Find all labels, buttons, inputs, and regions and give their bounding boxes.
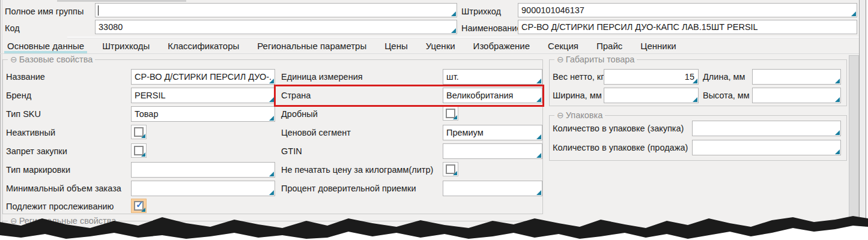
resize-grip-icon xyxy=(693,79,697,83)
resize-grip-icon xyxy=(141,134,145,138)
pack-qty-sale-label: Количество в упаковке (продажа) xyxy=(553,142,688,154)
collapse-icon[interactable] xyxy=(10,216,19,226)
net-weight-label: Вес нетто, кг xyxy=(553,71,604,83)
collapse-icon[interactable] xyxy=(557,110,566,120)
trusted-acceptance-pct-label: Процент доверительной приемки xyxy=(281,182,416,194)
window-top-strip xyxy=(57,0,186,2)
tab-markdowns[interactable]: Уценки xyxy=(426,41,455,51)
resize-grip-icon xyxy=(835,130,840,135)
sku-type-label: Тип SKU xyxy=(6,108,41,120)
traceable-label: Подлежит прослеживанию xyxy=(6,200,114,212)
brand-label: Бренд xyxy=(6,89,31,101)
min-order-volume-field xyxy=(131,181,275,196)
length-input[interactable] xyxy=(753,70,840,84)
tab-barcodes[interactable]: Штрихкоды xyxy=(102,41,150,51)
unit-field xyxy=(443,69,542,85)
no-price-per-kg-checkbox[interactable]: ✓ xyxy=(443,162,458,176)
country-highlight-annotation xyxy=(274,85,544,107)
group-dimensions-title-text: Габариты товара xyxy=(566,55,635,64)
inactive-label: Неактивный xyxy=(6,127,55,139)
tab-classifiers[interactable]: Классификаторы xyxy=(168,41,239,51)
unit-input[interactable] xyxy=(443,70,542,84)
name-input[interactable] xyxy=(132,70,275,84)
group-regional-title: Региональные свойства xyxy=(8,215,118,227)
net-weight-input[interactable] xyxy=(604,70,698,84)
gtin-label: GTIN xyxy=(281,145,302,157)
purchase-ban-label: Запрет закупки xyxy=(6,145,67,157)
net-weight-field xyxy=(604,69,699,85)
vertical-scrollbar[interactable] xyxy=(849,55,859,235)
tab-pricelist[interactable]: Прайс xyxy=(596,41,622,51)
gtin-input[interactable] xyxy=(443,144,542,158)
sku-type-input[interactable] xyxy=(132,107,275,121)
tab-bar: Основные данные Штрихкоды Классификаторы… xyxy=(7,38,676,53)
resize-grip-icon xyxy=(536,134,541,139)
window-right-border xyxy=(859,0,868,240)
resize-grip-icon xyxy=(835,149,840,154)
group-basic-title: Базовые свойства xyxy=(8,54,95,65)
marking-type-field xyxy=(131,162,275,178)
barcode-field xyxy=(518,3,857,17)
resize-grip-icon xyxy=(451,28,456,33)
group-basic-title-text: Базовые свойства xyxy=(19,55,93,64)
tab-prices[interactable]: Цены xyxy=(384,41,408,51)
pack-qty-sale-input[interactable] xyxy=(693,140,840,155)
tab-price-tags[interactable]: Ценники xyxy=(640,41,676,51)
no-price-per-kg-label: Не печатать цену за килограмм(литр) xyxy=(281,164,433,176)
price-segment-label: Ценовой сегмент xyxy=(281,127,351,139)
height-label: Высота, мм xyxy=(703,89,750,101)
resize-grip-icon xyxy=(453,171,457,175)
collapse-icon[interactable] xyxy=(10,55,19,64)
resize-grip-icon xyxy=(269,116,274,121)
brand-input[interactable] xyxy=(132,88,275,103)
pack-qty-sale-field xyxy=(692,140,841,155)
resize-grip-icon xyxy=(453,115,457,119)
name-label: Название xyxy=(6,71,45,83)
unit-label: Единица измерения xyxy=(281,71,363,83)
resize-grip-icon xyxy=(269,172,274,176)
barcode-input[interactable] xyxy=(518,4,857,17)
group-regional-properties: Региональные свойства xyxy=(2,221,543,238)
min-order-volume-input[interactable] xyxy=(132,181,275,196)
full-group-name-label: Полное имя группы xyxy=(5,5,83,17)
group-dimensions-title: Габариты товара xyxy=(554,54,637,65)
product-name-field xyxy=(518,20,857,34)
traceable-checkbox[interactable]: ✓ xyxy=(131,199,147,213)
tab-regional-params[interactable]: Региональные параметры xyxy=(257,41,366,51)
code-input[interactable] xyxy=(96,20,457,34)
inactive-checkbox[interactable]: ✓ xyxy=(131,125,147,139)
resize-grip-icon xyxy=(269,97,274,102)
height-input[interactable] xyxy=(753,88,840,103)
tab-image[interactable]: Изображение xyxy=(473,41,530,51)
purchase-ban-checkbox[interactable]: ✓ xyxy=(131,143,147,158)
resize-grip-icon xyxy=(451,11,456,16)
full-group-name-input[interactable] xyxy=(96,4,457,17)
trusted-acceptance-pct-field xyxy=(443,181,542,196)
width-input[interactable] xyxy=(604,88,698,103)
width-field xyxy=(604,88,699,103)
tab-section[interactable]: Секция xyxy=(548,41,578,51)
marking-type-label: Тип маркировки xyxy=(6,164,70,176)
group-packaging-title: Упаковка xyxy=(554,110,605,121)
tab-main-data[interactable]: Основные данные xyxy=(7,41,84,51)
collapse-icon[interactable] xyxy=(557,55,566,64)
pack-qty-purchase-input[interactable] xyxy=(693,121,840,136)
marking-type-input[interactable] xyxy=(132,163,275,177)
price-segment-input[interactable] xyxy=(443,125,542,140)
product-name-input[interactable] xyxy=(518,20,857,34)
pack-qty-purchase-label: Количество в упаковке (закупка) xyxy=(553,122,684,134)
price-segment-field xyxy=(443,125,542,140)
fractional-checkbox[interactable]: ✓ xyxy=(443,106,458,121)
text-caret xyxy=(98,5,99,16)
resize-grip-icon xyxy=(851,11,856,16)
product-name-label: Наименование xyxy=(461,22,522,34)
code-label: Код xyxy=(5,22,20,34)
full-group-name-field xyxy=(95,3,457,17)
brand-field xyxy=(131,88,275,103)
resize-grip-icon xyxy=(835,79,840,83)
resize-grip-icon xyxy=(141,208,145,212)
gtin-field xyxy=(443,143,542,159)
resize-grip-icon xyxy=(269,190,274,195)
trusted-acceptance-pct-input[interactable] xyxy=(443,181,542,196)
sku-type-field xyxy=(131,106,275,122)
